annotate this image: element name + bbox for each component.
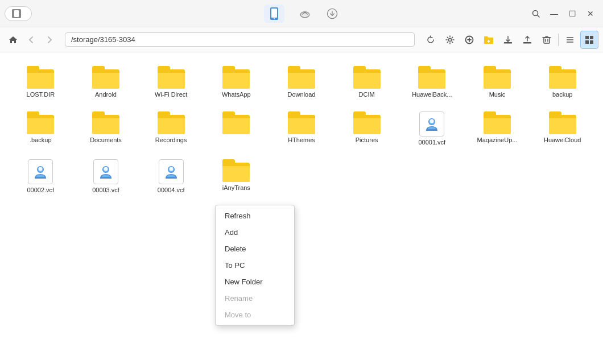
file-item[interactable]: MaqazineUp... bbox=[466, 107, 529, 150]
folder-icon bbox=[27, 111, 54, 134]
file-item[interactable]: 00004.vcf bbox=[139, 155, 203, 198]
new-folder-button[interactable] bbox=[480, 31, 498, 49]
file-item[interactable] bbox=[205, 107, 268, 150]
svg-rect-2 bbox=[271, 9, 277, 18]
nav-buttons bbox=[5, 31, 58, 48]
file-item[interactable]: Music bbox=[466, 61, 529, 102]
settings-button[interactable] bbox=[441, 31, 459, 49]
context-menu-item-add[interactable]: Add bbox=[216, 224, 294, 241]
context-menu-item-refresh[interactable]: Refresh bbox=[216, 208, 294, 224]
phone-tab-icon[interactable] bbox=[264, 5, 284, 23]
file-item[interactable]: 00002.vcf bbox=[9, 155, 72, 198]
file-item[interactable]: Wi-Fi Direct bbox=[139, 61, 203, 102]
context-menu-item-new-folder[interactable]: New Folder bbox=[216, 274, 294, 290]
svg-point-34 bbox=[39, 167, 43, 171]
context-menu-item-rename: Rename bbox=[216, 290, 294, 307]
file-grid: LOST.DIR Android Wi-Fi Direct WhatsApp bbox=[9, 61, 594, 198]
toolbar-actions bbox=[422, 31, 598, 49]
file-label: Music bbox=[489, 91, 506, 98]
file-label: HuaweiBack... bbox=[412, 91, 452, 98]
svg-rect-14 bbox=[504, 42, 512, 44]
svg-rect-18 bbox=[544, 38, 550, 43]
folder-icon bbox=[353, 66, 381, 89]
folder-icon bbox=[549, 66, 576, 89]
file-label: Recordings bbox=[155, 136, 187, 143]
upload-button[interactable] bbox=[518, 31, 536, 49]
device-icon bbox=[12, 9, 21, 18]
file-item[interactable]: 00003.vcf bbox=[75, 155, 138, 198]
refresh-button[interactable] bbox=[422, 31, 440, 49]
minimize-button[interactable]: — bbox=[546, 6, 562, 22]
file-item[interactable]: Android bbox=[75, 61, 138, 102]
svg-rect-16 bbox=[523, 42, 531, 44]
folder-icon bbox=[158, 66, 185, 89]
folder-icon bbox=[484, 66, 511, 89]
svg-rect-27 bbox=[585, 40, 589, 44]
context-menu-item-delete[interactable]: Delete bbox=[216, 241, 294, 257]
vcf-icon bbox=[419, 111, 444, 136]
file-item[interactable]: WhatsApp bbox=[205, 61, 268, 102]
file-label: MaqazineUp... bbox=[477, 136, 518, 143]
delete-button[interactable] bbox=[538, 31, 556, 49]
svg-rect-26 bbox=[590, 36, 593, 39]
file-item[interactable]: HThemes bbox=[270, 107, 333, 150]
folder-icon bbox=[222, 159, 250, 182]
file-item[interactable]: Pictures bbox=[335, 107, 398, 150]
file-item[interactable]: Documents bbox=[75, 107, 138, 150]
folder-icon bbox=[222, 111, 250, 134]
folder-icon bbox=[222, 66, 250, 89]
vcf-icon bbox=[28, 159, 53, 184]
file-item[interactable]: Recordings bbox=[139, 107, 203, 150]
backup-tab-icon[interactable] bbox=[298, 7, 312, 20]
file-item[interactable]: Download bbox=[270, 61, 333, 102]
svg-point-40 bbox=[169, 167, 173, 171]
file-item[interactable]: .backup bbox=[9, 107, 72, 150]
title-bar-right: — ☐ ✕ bbox=[528, 6, 598, 22]
file-item[interactable]: HuaweiCloud bbox=[531, 107, 594, 150]
search-window-button[interactable] bbox=[528, 6, 544, 22]
list-view-button[interactable] bbox=[561, 31, 579, 49]
file-item[interactable]: backup bbox=[531, 61, 594, 102]
file-label: .backup bbox=[30, 136, 52, 143]
add-button[interactable] bbox=[460, 31, 478, 49]
file-item[interactable]: HuaweiBack... bbox=[400, 61, 464, 102]
file-item[interactable]: 00001.vcf bbox=[400, 107, 464, 150]
title-bar-center bbox=[264, 5, 339, 23]
file-label: Documents bbox=[90, 136, 122, 143]
forward-button[interactable] bbox=[41, 31, 58, 48]
folder-icon bbox=[158, 111, 185, 134]
folder-icon bbox=[418, 66, 445, 89]
toolbar-divider bbox=[558, 34, 559, 46]
folder-icon bbox=[92, 66, 119, 89]
back-button[interactable] bbox=[23, 31, 40, 48]
file-item[interactable]: DCIM bbox=[335, 61, 398, 102]
context-menu-item-to-pc[interactable]: To PC bbox=[216, 257, 294, 274]
folder-icon bbox=[549, 111, 576, 134]
close-button[interactable]: ✕ bbox=[583, 6, 598, 22]
svg-line-7 bbox=[538, 15, 540, 17]
download-toolbar-button[interactable] bbox=[499, 31, 517, 49]
maximize-button[interactable]: ☐ bbox=[564, 6, 580, 22]
svg-rect-0 bbox=[14, 10, 19, 17]
grid-view-button[interactable] bbox=[580, 31, 598, 49]
file-item[interactable]: iAnyTrans bbox=[205, 155, 268, 198]
file-label: Wi-Fi Direct bbox=[155, 91, 187, 98]
file-label: 00003.vcf bbox=[92, 187, 119, 193]
file-label: Download bbox=[288, 91, 316, 98]
address-bar[interactable] bbox=[65, 32, 415, 47]
device-selector[interactable] bbox=[5, 6, 32, 21]
download-tab-icon[interactable] bbox=[325, 7, 339, 20]
folder-icon bbox=[92, 111, 119, 134]
file-label: HuaweiCloud bbox=[544, 136, 581, 143]
file-label: HThemes bbox=[288, 136, 315, 143]
home-button[interactable] bbox=[5, 31, 22, 48]
file-label: iAnyTrans bbox=[222, 184, 250, 191]
file-item[interactable]: LOST.DIR bbox=[9, 61, 72, 102]
folder-icon bbox=[288, 111, 315, 134]
file-label: 00004.vcf bbox=[158, 187, 185, 193]
svg-point-8 bbox=[449, 38, 452, 41]
toolbar bbox=[0, 27, 603, 52]
svg-rect-25 bbox=[585, 36, 589, 39]
file-label: Pictures bbox=[356, 136, 378, 143]
file-area[interactable]: LOST.DIR Android Wi-Fi Direct WhatsApp bbox=[0, 52, 603, 364]
